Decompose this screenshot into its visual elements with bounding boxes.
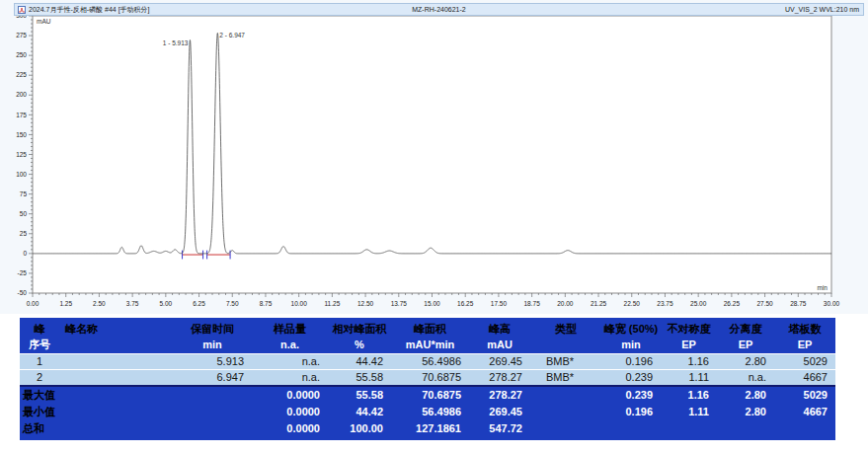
cell-height: 278.27 <box>469 370 530 385</box>
table-row-peak-2[interactable]: 26.947n.a.55.5870.6875278.27BMB*0.2391.1… <box>20 369 835 385</box>
col-unit-name <box>59 338 173 353</box>
summary-res: 2.80 <box>717 404 774 420</box>
table-header: 峰峰名称保留时间样品量相对峰面积峰面积峰高类型峰宽 (50%)不对称度分离度塔板… <box>20 318 835 353</box>
summary-plates: 4667 <box>774 404 835 420</box>
col-unit-no: 序号 <box>20 338 59 353</box>
x-tick-label: 3.75 <box>126 300 139 307</box>
summary-amount: 0.0000 <box>252 420 328 437</box>
col-header-type: 类型 <box>530 320 601 338</box>
cell-no: 2 <box>20 370 59 385</box>
y-tick-label: 25 <box>20 230 28 237</box>
summary-relarea: 100.00 <box>328 420 391 437</box>
x-tick-label: 26.25 <box>724 300 741 307</box>
cell-plates: 4667 <box>774 370 835 385</box>
col-unit-type <box>530 338 601 353</box>
col-header-width50: 峰宽 (50%) <box>601 320 661 338</box>
y-tick-label: 200 <box>16 91 27 98</box>
col-header-name: 峰名称 <box>59 320 173 338</box>
summary-res: 2.80 <box>717 387 774 404</box>
summary-row: 总和0.0000100.00127.1861547.72 <box>20 420 835 437</box>
y-tick-label: 150 <box>16 131 27 138</box>
table-row-peak-1[interactable]: 15.913n.a.44.4256.4986269.45BMB*0.1961.1… <box>20 353 835 369</box>
col-unit-amount: n.a. <box>252 338 328 353</box>
cell-rt: 5.913 <box>173 354 252 369</box>
col-header-plates: 塔板数 <box>774 320 835 338</box>
y-tick-label: 175 <box>16 112 27 118</box>
summary-row: 最大值0.000055.5870.6875278.270.2391.162.80… <box>20 387 835 404</box>
summary-area: 70.6875 <box>391 387 469 404</box>
summary-width50: 0.196 <box>601 404 661 420</box>
summary-width50: 0.239 <box>601 387 661 404</box>
cell-amount: n.a. <box>252 354 328 369</box>
summary-amount: 0.0000 <box>252 404 328 420</box>
summary-res <box>717 420 774 437</box>
y-tick-label: 275 <box>16 32 27 38</box>
x-tick-label: 12.50 <box>357 300 374 307</box>
chromatogram-signal-icon <box>18 6 26 14</box>
col-unit-rt: min <box>173 338 252 353</box>
summary-asym: 1.11 <box>661 404 717 420</box>
x-tick-label: 11.25 <box>324 300 340 307</box>
col-unit-plates: EP <box>774 338 835 353</box>
x-tick-label: 17.50 <box>491 300 508 307</box>
x-tick-label: 25.00 <box>690 300 707 307</box>
chromatogram-plot[interactable]: -50-250255075100125150175200225250275300… <box>0 0 868 314</box>
cell-asym: 1.11 <box>661 370 717 385</box>
cell-res: 2.80 <box>717 354 774 369</box>
cell-name <box>59 370 173 385</box>
cell-res: n.a. <box>717 370 774 385</box>
x-tick-label: 21.25 <box>591 300 607 307</box>
col-unit-relarea: % <box>328 338 391 353</box>
summary-rt <box>173 420 252 437</box>
cell-width50: 0.196 <box>601 354 661 369</box>
cell-type: BMB* <box>530 370 601 385</box>
y-tick-label: 75 <box>20 190 28 197</box>
summary-row: 最小值0.000044.4256.4986269.450.1961.112.80… <box>20 404 835 420</box>
col-header-no: 峰 <box>20 320 59 338</box>
col-header-rt: 保留时间 <box>173 320 252 338</box>
col-header-area: 峰面积 <box>391 320 469 338</box>
y-axis: -50-250255075100125150175200225250275300 <box>16 12 33 296</box>
x-tick-label: 18.75 <box>523 300 540 307</box>
summary-height: 547.72 <box>469 420 530 437</box>
x-tick-label: 13.75 <box>391 300 408 307</box>
x-tick-label: 7.50 <box>226 300 239 307</box>
table-summary: 最大值0.000055.5870.6875278.270.2391.162.80… <box>20 385 835 440</box>
summary-rt <box>173 387 252 404</box>
peak-label: 1 - 5.913 <box>163 39 189 46</box>
col-header-res: 分离度 <box>717 320 774 338</box>
cell-no: 1 <box>20 354 59 369</box>
cell-asym: 1.16 <box>661 354 717 369</box>
summary-label: 最小值 <box>20 404 173 420</box>
summary-type <box>530 404 601 420</box>
y-tick-label: 250 <box>16 51 27 58</box>
summary-type <box>530 387 601 404</box>
y-tick-label: 0 <box>23 250 27 257</box>
summary-plates: 5029 <box>774 387 835 404</box>
cell-name <box>59 354 173 369</box>
chromatogram-title: 2024.7月手性-反相-磷酸 #44 [手动积分] <box>29 4 150 15</box>
y-tick-label: 100 <box>16 171 27 178</box>
y-tick-label: 50 <box>20 210 28 217</box>
summary-label: 最大值 <box>20 387 173 404</box>
summary-area: 56.4986 <box>391 404 469 420</box>
x-tick-label: 16.25 <box>457 300 474 307</box>
x-tick-label: 6.25 <box>193 300 205 307</box>
col-header-relarea: 相对峰面积 <box>328 320 391 338</box>
x-tick-label: 10.00 <box>291 300 308 307</box>
summary-height: 269.45 <box>469 404 530 420</box>
col-unit-width50: min <box>601 338 661 353</box>
summary-height: 278.27 <box>469 387 530 404</box>
cell-area: 70.6875 <box>391 370 469 385</box>
summary-asym <box>661 420 717 437</box>
injection-name: MZ-RH-240621-2 <box>412 4 465 15</box>
cell-width50: 0.239 <box>601 370 661 385</box>
cell-height: 269.45 <box>469 354 530 369</box>
summary-relarea: 55.58 <box>328 387 391 404</box>
summary-plates <box>774 420 835 437</box>
col-unit-area: mAU*min <box>391 338 469 353</box>
peak-label: 2 - 6.947 <box>219 32 245 38</box>
y-tick-label: -25 <box>18 269 28 276</box>
x-axis: 0.001.252.503.755.006.257.508.7510.0011.… <box>27 293 840 307</box>
x-tick-label: 0.00 <box>27 300 39 307</box>
